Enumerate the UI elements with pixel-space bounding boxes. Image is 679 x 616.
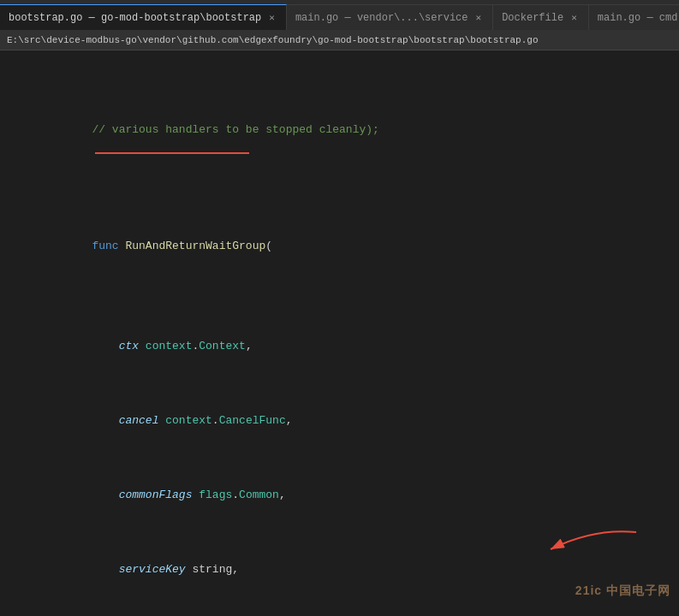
tab-dockerfile[interactable]: Dockerfile ✕ xyxy=(493,4,589,30)
tab-main-service[interactable]: main.go — vendor\...\service ✕ xyxy=(287,4,493,30)
code-line: cancel context.CancelFunc, xyxy=(0,396,679,445)
tab-close-bootstrap[interactable]: ✕ xyxy=(266,11,277,24)
code-line: // various handlers to be stopped cleanl… xyxy=(0,105,679,170)
breadcrumb-bar: E:\src\device-modbus-go\vendor\github.co… xyxy=(0,30,679,50)
tab-label: Dockerfile xyxy=(502,12,563,24)
line-number xyxy=(0,396,39,445)
tab-label: main.go — vendor\...\service xyxy=(295,12,468,24)
code-line: commonFlags flags.Common, xyxy=(0,471,679,519)
code-content: // various handlers to be stopped cleanl… xyxy=(0,50,679,616)
tab-bar: bootstrap.go — go-mod-bootstrap\bootstra… xyxy=(0,0,679,30)
line-code: // various handlers to be stopped cleanl… xyxy=(39,105,679,170)
tab-label: main.go — cmd xyxy=(598,12,678,24)
tab-label: bootstrap.go — go-mod-bootstrap\bootstra… xyxy=(9,12,261,24)
line-number xyxy=(0,471,39,519)
line-number xyxy=(0,105,39,170)
line-code: commonFlags flags.Common, xyxy=(39,471,679,519)
watermark: 21ic 中国电子网 xyxy=(575,583,670,599)
line-number xyxy=(0,322,39,370)
line-code: cancel context.CancelFunc, xyxy=(39,396,679,445)
tab-bootstrap[interactable]: bootstrap.go — go-mod-bootstrap\bootstra… xyxy=(0,4,287,30)
code-editor[interactable]: // various handlers to be stopped cleanl… xyxy=(0,50,679,616)
code-line: ctx context.Context, xyxy=(0,322,679,370)
tab-main-cmd[interactable]: main.go — cmd ✕ xyxy=(589,4,679,30)
tab-close-dockerfile[interactable]: ✕ xyxy=(569,11,580,24)
line-code: func RunAndReturnWaitGroup( xyxy=(39,222,679,270)
tab-close-main-service[interactable]: ✕ xyxy=(474,11,485,24)
line-number xyxy=(0,222,39,270)
line-code: ctx context.Context, xyxy=(39,322,679,370)
code-line: func RunAndReturnWaitGroup( xyxy=(0,222,679,270)
line-number xyxy=(0,545,39,594)
breadcrumb: E:\src\device-modbus-go\vendor\github.co… xyxy=(7,35,539,45)
